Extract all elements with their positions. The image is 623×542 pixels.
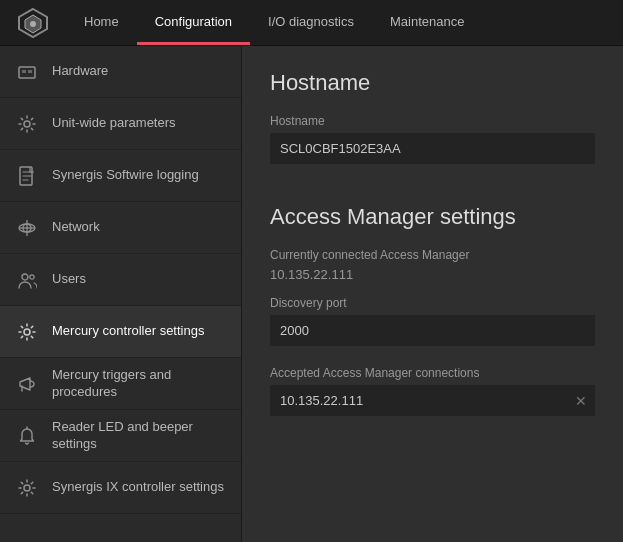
main-layout: Hardware Unit-wide parameters Synergis S… bbox=[0, 46, 623, 542]
svg-point-13 bbox=[30, 274, 34, 278]
accepted-am-input[interactable] bbox=[270, 385, 595, 416]
discovery-port-input[interactable] bbox=[270, 315, 595, 346]
sidebar-label-users: Users bbox=[52, 271, 86, 288]
sidebar-item-unit-wide-parameters[interactable]: Unit-wide parameters bbox=[0, 98, 241, 150]
tab-home[interactable]: Home bbox=[66, 0, 137, 45]
svg-rect-5 bbox=[28, 70, 32, 73]
discovery-port-label: Discovery port bbox=[270, 296, 595, 310]
sidebar-label-reader-led: Reader LED and beeper settings bbox=[52, 419, 227, 453]
logo-area bbox=[10, 7, 56, 39]
users-icon bbox=[14, 267, 40, 293]
app-logo bbox=[17, 7, 49, 39]
tab-io-diagnostics[interactable]: I/O diagnostics bbox=[250, 0, 372, 45]
accepted-am-field: ✕ bbox=[270, 385, 595, 416]
megaphone-icon bbox=[14, 371, 40, 397]
gear-icon-mercury bbox=[14, 319, 40, 345]
clear-accepted-am-button[interactable]: ✕ bbox=[575, 394, 587, 408]
sidebar-label-synergis-logging: Synergis Softwire logging bbox=[52, 167, 199, 184]
hostname-title: Hostname bbox=[270, 70, 595, 96]
gear-icon-unit bbox=[14, 111, 40, 137]
access-manager-title: Access Manager settings bbox=[270, 204, 595, 230]
hardware-icon bbox=[14, 59, 40, 85]
sidebar-label-hardware: Hardware bbox=[52, 63, 108, 80]
svg-point-2 bbox=[30, 21, 36, 27]
svg-point-12 bbox=[22, 274, 28, 280]
sidebar-label-mercury-controller: Mercury controller settings bbox=[52, 323, 204, 340]
sidebar-item-mercury-controller[interactable]: Mercury controller settings bbox=[0, 306, 241, 358]
hostname-input[interactable] bbox=[270, 133, 595, 164]
content-area: Hostname Hostname Access Manager setting… bbox=[242, 46, 623, 542]
sidebar: Hardware Unit-wide parameters Synergis S… bbox=[0, 46, 242, 542]
sidebar-item-synergis-ix[interactable]: Synergis IX controller settings bbox=[0, 462, 241, 514]
sidebar-label-synergis-ix: Synergis IX controller settings bbox=[52, 479, 224, 496]
nav-tabs: Home Configuration I/O diagnostics Maint… bbox=[66, 0, 482, 45]
bell-icon bbox=[14, 423, 40, 449]
svg-rect-4 bbox=[22, 70, 26, 73]
sidebar-label-mercury-triggers: Mercury triggers and procedures bbox=[52, 367, 227, 401]
svg-point-14 bbox=[24, 329, 30, 335]
svg-rect-3 bbox=[19, 67, 35, 78]
sidebar-item-synergis-logging[interactable]: Synergis Softwire logging bbox=[0, 150, 241, 202]
tab-configuration[interactable]: Configuration bbox=[137, 0, 250, 45]
sidebar-label-unit-wide: Unit-wide parameters bbox=[52, 115, 176, 132]
sidebar-label-network: Network bbox=[52, 219, 100, 236]
gear2-icon bbox=[14, 475, 40, 501]
accepted-am-label: Accepted Access Manager connections bbox=[270, 366, 595, 380]
sidebar-item-mercury-triggers[interactable]: Mercury triggers and procedures bbox=[0, 358, 241, 410]
top-nav: Home Configuration I/O diagnostics Maint… bbox=[0, 0, 623, 46]
sidebar-item-hardware[interactable]: Hardware bbox=[0, 46, 241, 98]
tab-maintenance[interactable]: Maintenance bbox=[372, 0, 482, 45]
svg-point-6 bbox=[24, 121, 30, 127]
connected-am-value: 10.135.22.111 bbox=[270, 267, 595, 282]
connected-am-label: Currently connected Access Manager bbox=[270, 248, 595, 262]
doc-icon bbox=[14, 163, 40, 189]
svg-point-16 bbox=[24, 485, 30, 491]
sidebar-item-network[interactable]: Network bbox=[0, 202, 241, 254]
sidebar-item-users[interactable]: Users bbox=[0, 254, 241, 306]
sidebar-item-reader-led[interactable]: Reader LED and beeper settings bbox=[0, 410, 241, 462]
hostname-field-label: Hostname bbox=[270, 114, 595, 128]
network-icon bbox=[14, 215, 40, 241]
